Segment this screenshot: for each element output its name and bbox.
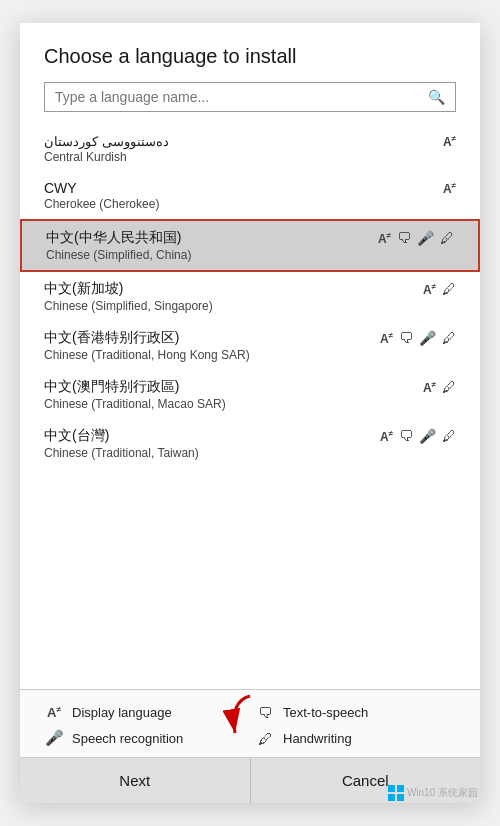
lang-icons: A≠ 🖊	[423, 281, 456, 297]
lang-sub-name: Chinese (Traditional, Taiwan)	[44, 446, 456, 460]
lang-icons: A≠ 🗨 🎤 🖊	[380, 330, 456, 346]
display-lang-icon: A≠	[443, 181, 456, 196]
windows-logo-icon	[388, 785, 404, 801]
legend-speech-label: Speech recognition	[72, 731, 183, 746]
legend-display-lang-label: Display language	[72, 705, 172, 720]
display-lang-icon: A≠	[380, 331, 393, 346]
tts-icon: 🗨	[399, 428, 413, 444]
next-button[interactable]: Next	[20, 758, 250, 803]
search-icon: 🔍	[428, 89, 445, 105]
lang-icons: A≠ 🗨 🎤 🖊	[378, 230, 454, 246]
lang-sub-name: Central Kurdish	[44, 150, 456, 164]
display-lang-icon: A≠	[380, 429, 393, 444]
legend-display-lang-icon: A≠	[44, 705, 64, 720]
lang-item-chinese-simplified-singapore[interactable]: 中文(新加坡) A≠ 🖊 Chinese (Simplified, Singap…	[20, 272, 480, 321]
language-list: دەستنووسی كوردستان A≠ Central Kurdish CW…	[20, 126, 480, 689]
svg-rect-4	[397, 794, 404, 801]
handwriting-icon: 🖊	[442, 330, 456, 346]
lang-name-row: 中文(香港特别行政区) A≠ 🗨 🎤 🖊	[44, 329, 456, 347]
lang-item-chinese-traditional-macao[interactable]: 中文(澳門特别行政區) A≠ 🖊 Chinese (Traditional, M…	[20, 370, 480, 419]
speech-icon: 🎤	[419, 428, 436, 444]
lang-native-name: دەستنووسی كوردستان	[44, 134, 169, 149]
lang-item-central-kurdish[interactable]: دەستنووسی كوردستان A≠ Central Kurdish	[20, 126, 480, 172]
handwriting-icon: 🖊	[442, 379, 456, 395]
lang-native-name: CWY	[44, 180, 77, 196]
legend-handwriting-icon: 🖊	[255, 730, 275, 747]
tts-icon: 🗨	[399, 330, 413, 346]
svg-rect-3	[388, 794, 395, 801]
lang-icons: A≠	[443, 134, 456, 149]
lang-sub-name: Chinese (Traditional, Hong Kong SAR)	[44, 348, 456, 362]
display-lang-icon: A≠	[423, 380, 436, 395]
lang-sub-name: Chinese (Simplified, Singapore)	[44, 299, 456, 313]
lang-name-row: CWY A≠	[44, 180, 456, 196]
choose-language-dialog: Choose a language to install 🔍 دەستنووسی…	[20, 23, 480, 803]
search-input[interactable]	[55, 89, 428, 105]
lang-sub-name: Cherokee (Cherokee)	[44, 197, 456, 211]
search-box: 🔍	[44, 82, 456, 112]
handwriting-icon: 🖊	[442, 281, 456, 297]
lang-name-row: دەستنووسی كوردستان A≠	[44, 134, 456, 149]
legend-handwriting: 🖊 Handwriting	[255, 729, 456, 747]
svg-rect-1	[388, 785, 395, 792]
lang-icons: A≠	[443, 181, 456, 196]
tts-icon: 🗨	[397, 230, 411, 246]
legend-section: A≠ Display language 🗨 Text-to-speech 🎤 S…	[20, 689, 480, 757]
lang-item-chinese-simplified-china[interactable]: 中文(中华人民共和国) A≠ 🗨 🎤 🖊 Chinese (Simplified…	[20, 219, 480, 272]
lang-item-chinese-traditional-hk[interactable]: 中文(香港特别行政区) A≠ 🗨 🎤 🖊 Chinese (Traditiona…	[20, 321, 480, 370]
legend-speech-icon: 🎤	[44, 729, 64, 747]
lang-native-name: 中文(澳門特别行政區)	[44, 378, 179, 396]
lang-icons: A≠ 🗨 🎤 🖊	[380, 428, 456, 444]
handwriting-icon: 🖊	[442, 428, 456, 444]
dialog-header: Choose a language to install 🔍	[20, 23, 480, 126]
legend-display-language: A≠ Display language	[44, 704, 245, 721]
handwriting-icon: 🖊	[440, 230, 454, 246]
watermark: Win10 系统家园	[388, 785, 478, 801]
lang-icons: A≠ 🖊	[423, 379, 456, 395]
legend-tts-label: Text-to-speech	[283, 705, 368, 720]
lang-native-name: 中文(中华人民共和国)	[46, 229, 181, 247]
display-lang-icon: A≠	[443, 134, 456, 149]
lang-name-row: 中文(台灣) A≠ 🗨 🎤 🖊	[44, 427, 456, 445]
legend-tts-icon: 🗨	[255, 704, 275, 721]
display-lang-icon: A≠	[378, 231, 391, 246]
lang-native-name: 中文(香港特别行政区)	[44, 329, 179, 347]
lang-sub-name: Chinese (Traditional, Macao SAR)	[44, 397, 456, 411]
lang-item-cherokee[interactable]: CWY A≠ Cherokee (Cherokee)	[20, 172, 480, 219]
legend-handwriting-label: Handwriting	[283, 731, 352, 746]
watermark-text: Win10 系统家园	[407, 786, 478, 800]
display-lang-icon: A≠	[423, 282, 436, 297]
speech-icon: 🎤	[419, 330, 436, 346]
legend-speech: 🎤 Speech recognition	[44, 729, 245, 747]
lang-native-name: 中文(新加坡)	[44, 280, 123, 298]
legend-tts: 🗨 Text-to-speech	[255, 704, 456, 721]
lang-native-name: 中文(台灣)	[44, 427, 109, 445]
dialog-title: Choose a language to install	[44, 45, 456, 68]
lang-item-chinese-traditional-taiwan[interactable]: 中文(台灣) A≠ 🗨 🎤 🖊 Chinese (Traditional, Ta…	[20, 419, 480, 468]
lang-sub-name: Chinese (Simplified, China)	[46, 248, 454, 262]
svg-rect-2	[397, 785, 404, 792]
lang-name-row: 中文(新加坡) A≠ 🖊	[44, 280, 456, 298]
lang-name-row: 中文(中华人民共和国) A≠ 🗨 🎤 🖊	[46, 229, 454, 247]
lang-name-row: 中文(澳門特别行政區) A≠ 🖊	[44, 378, 456, 396]
speech-icon: 🎤	[417, 230, 434, 246]
